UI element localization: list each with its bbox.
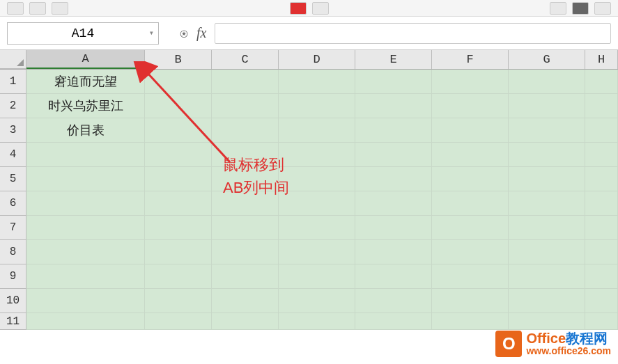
cell-a1[interactable]: 窘迫而无望 [26,70,145,94]
row-header-10[interactable]: 10 [0,289,26,313]
cell[interactable] [26,313,145,330]
cell[interactable] [145,216,212,240]
row-header-7[interactable]: 7 [0,216,26,240]
row-header-9[interactable]: 9 [0,264,26,289]
cell[interactable] [355,289,432,313]
cell[interactable] [509,143,585,167]
cell[interactable] [585,216,618,240]
cell[interactable] [585,289,618,313]
cell[interactable] [279,94,355,118]
toolbar-button[interactable] [312,2,329,15]
cell[interactable] [212,143,279,167]
toolbar-button[interactable] [594,2,611,15]
cell[interactable] [26,167,145,191]
cell[interactable] [432,191,509,216]
cell[interactable] [432,216,509,240]
cell[interactable] [145,313,212,330]
cell[interactable] [26,264,145,289]
cell[interactable] [279,313,355,330]
cell[interactable] [585,118,618,143]
cell[interactable] [26,216,145,240]
column-header-f[interactable]: F [432,50,509,69]
column-header-g[interactable]: G [509,50,585,69]
cell[interactable] [355,216,432,240]
cell[interactable] [145,191,212,216]
cell[interactable] [279,70,355,94]
cell[interactable] [585,94,618,118]
cell[interactable] [509,264,585,289]
column-header-b[interactable]: B [145,50,212,69]
cell[interactable] [212,216,279,240]
toolbar-button[interactable] [52,2,68,15]
column-header-c[interactable]: C [212,50,279,69]
cell[interactable] [509,191,585,216]
row-header-1[interactable]: 1 [0,70,26,94]
cell[interactable] [212,70,279,94]
cell[interactable] [509,70,585,94]
cell[interactable] [355,143,432,167]
cell[interactable] [145,289,212,313]
cell[interactable] [432,289,509,313]
cell[interactable] [279,240,355,264]
cell[interactable] [212,313,279,330]
cell[interactable] [26,191,145,216]
cell[interactable] [145,94,212,118]
cell[interactable] [279,167,355,191]
cell[interactable] [355,264,432,289]
row-header-2[interactable]: 2 [0,94,26,118]
cell[interactable] [145,264,212,289]
cell[interactable] [509,240,585,264]
cell[interactable] [279,289,355,313]
cell[interactable] [26,240,145,264]
cell[interactable] [355,240,432,264]
cell[interactable] [355,70,432,94]
cell[interactable] [585,143,618,167]
cell[interactable] [212,167,279,191]
row-header-4[interactable]: 4 [0,143,26,167]
cell[interactable] [355,313,432,330]
cell[interactable] [509,289,585,313]
cell[interactable] [509,94,585,118]
row-header-8[interactable]: 8 [0,240,26,264]
row-header-6[interactable]: 6 [0,191,26,216]
cell[interactable] [432,143,509,167]
cell[interactable] [585,313,618,330]
toolbar-button[interactable] [29,2,46,15]
fill-color-button[interactable] [290,2,307,15]
cell[interactable] [432,70,509,94]
cell[interactable] [279,264,355,289]
select-all-corner[interactable] [0,50,26,69]
cell[interactable] [355,191,432,216]
cell[interactable] [212,264,279,289]
cell[interactable] [509,216,585,240]
column-header-a[interactable]: A [26,50,145,69]
row-header-3[interactable]: 3 [0,118,26,143]
toolbar-button[interactable] [550,2,566,15]
cell[interactable] [432,240,509,264]
fx-label[interactable]: fx [196,25,206,41]
row-header-5[interactable]: 5 [0,167,26,191]
cell[interactable] [585,70,618,94]
cell[interactable] [355,167,432,191]
cell[interactable] [585,167,618,191]
column-header-d[interactable]: D [279,50,355,69]
cell[interactable] [509,118,585,143]
cell[interactable] [145,167,212,191]
column-header-e[interactable]: E [355,50,432,69]
toolbar-button[interactable] [7,2,24,15]
cell[interactable] [26,143,145,167]
cell[interactable] [212,240,279,264]
toolbar-button[interactable] [572,2,589,15]
cell-a3[interactable]: 价目表 [26,118,145,143]
cell[interactable] [26,289,145,313]
cell[interactable] [145,240,212,264]
cell[interactable] [509,167,585,191]
cell[interactable] [509,313,585,330]
cell[interactable] [355,118,432,143]
cell[interactable] [279,216,355,240]
cell[interactable] [432,118,509,143]
cell[interactable] [212,94,279,118]
cell[interactable] [585,191,618,216]
dropdown-icon[interactable]: ▾ [149,28,154,38]
cell[interactable] [432,167,509,191]
